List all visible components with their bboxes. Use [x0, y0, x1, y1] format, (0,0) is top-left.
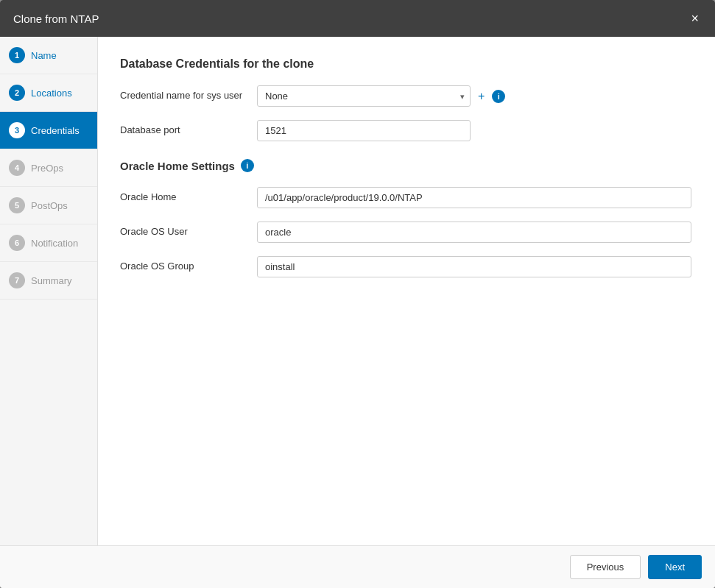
sidebar-item-name[interactable]: 1 Name: [0, 37, 97, 74]
previous-button[interactable]: Previous: [570, 555, 641, 579]
clone-dialog: Clone from NTAP × 1 Name 2 Locations 3 C…: [0, 0, 715, 588]
step-badge-2: 2: [9, 85, 25, 101]
add-credential-button[interactable]: +: [476, 89, 486, 104]
oracle-os-group-input[interactable]: [257, 256, 691, 277]
modal-footer: Previous Next: [0, 545, 715, 588]
step-badge-5: 5: [9, 197, 25, 213]
step-badge-1: 1: [9, 47, 25, 63]
credential-info-icon[interactable]: i: [492, 90, 505, 103]
sidebar-item-locations[interactable]: 2 Locations: [0, 74, 97, 112]
oracle-settings-info-icon[interactable]: i: [241, 159, 254, 172]
oracle-os-user-label: Oracle OS User: [120, 225, 245, 238]
credential-name-row: Credential name for sys user None ▾ + i: [120, 85, 693, 107]
credential-name-controls: None ▾ + i: [257, 85, 505, 107]
credential-select-wrapper: None ▾: [257, 85, 471, 107]
sidebar-item-notification[interactable]: 6 Notification: [0, 224, 97, 262]
sidebar-label-preops: PreOps: [31, 163, 63, 174]
step-badge-6: 6: [9, 235, 25, 251]
modal-body: 1 Name 2 Locations 3 Credentials 4 PreOp…: [0, 37, 715, 545]
step-badge-3: 3: [9, 122, 25, 138]
sidebar-label-summary: Summary: [31, 275, 72, 286]
db-credentials-section-title: Database Credentials for the clone: [120, 57, 693, 71]
modal-title: Clone from NTAP: [13, 13, 99, 25]
oracle-home-label: Oracle Home: [120, 191, 245, 204]
credential-name-label: Credential name for sys user: [120, 89, 245, 102]
step-badge-7: 7: [9, 272, 25, 288]
sidebar-item-preops[interactable]: 4 PreOps: [0, 149, 97, 187]
close-button[interactable]: ×: [688, 10, 702, 26]
oracle-home-row: Oracle Home: [120, 187, 693, 208]
sidebar-label-credentials: Credentials: [31, 125, 80, 136]
step-badge-4: 4: [9, 160, 25, 176]
sidebar: 1 Name 2 Locations 3 Credentials 4 PreOp…: [0, 37, 98, 545]
sidebar-item-postops[interactable]: 5 PostOps: [0, 187, 97, 224]
oracle-os-user-input[interactable]: [257, 222, 691, 243]
next-button[interactable]: Next: [648, 555, 702, 579]
sidebar-item-credentials[interactable]: 3 Credentials: [0, 112, 97, 149]
modal-overlay: Clone from NTAP × 1 Name 2 Locations 3 C…: [0, 0, 715, 588]
content-area: Database Credentials for the clone Crede…: [98, 37, 715, 545]
db-port-input[interactable]: [257, 120, 471, 141]
oracle-section-header: Oracle Home Settings i: [120, 159, 693, 172]
oracle-home-section-title: Oracle Home Settings: [120, 160, 235, 172]
oracle-home-input[interactable]: [257, 187, 691, 208]
modal-header: Clone from NTAP ×: [0, 0, 715, 37]
sidebar-label-name: Name: [31, 50, 57, 61]
credential-name-select[interactable]: None: [257, 85, 471, 107]
oracle-os-user-row: Oracle OS User: [120, 222, 693, 243]
sidebar-label-notification: Notification: [31, 238, 78, 249]
db-port-row: Database port: [120, 120, 693, 141]
sidebar-label-postops: PostOps: [31, 200, 68, 211]
sidebar-label-locations: Locations: [31, 88, 72, 99]
oracle-os-group-label: Oracle OS Group: [120, 260, 245, 273]
db-port-label: Database port: [120, 124, 245, 137]
oracle-os-group-row: Oracle OS Group: [120, 256, 693, 277]
sidebar-item-summary[interactable]: 7 Summary: [0, 262, 97, 300]
